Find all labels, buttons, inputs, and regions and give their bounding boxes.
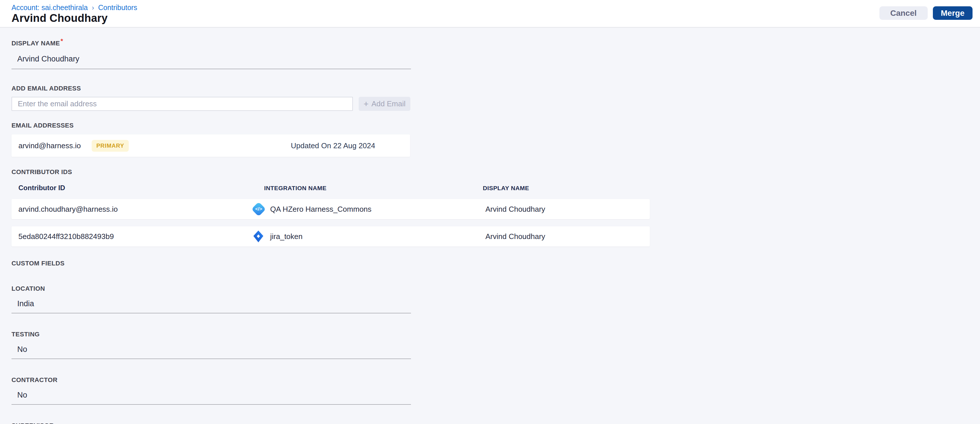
merge-button[interactable]: Merge (933, 6, 972, 20)
display-name-cell: Arvind Choudhary (485, 205, 650, 214)
column-header-display-name: DISPLAY NAME (483, 185, 980, 192)
add-email-label: ADD EMAIL ADDRESS (11, 85, 980, 92)
custom-field-testing: TESTING (11, 330, 980, 359)
cancel-button[interactable]: Cancel (880, 6, 928, 20)
contributor-id-cell: 5eda80244ff3210b882493b9 (11, 232, 252, 241)
display-name-cell: Arvind Choudhary (485, 232, 650, 241)
add-email-button[interactable]: + Add Email (359, 97, 410, 111)
custom-field-location: LOCATION (11, 285, 980, 313)
custom-field-label: SUPERVISOR (11, 422, 980, 424)
page-header: Account: sai.cheethirala › Contributors … (0, 0, 980, 28)
required-asterisk: * (60, 37, 63, 44)
contributor-id-cell: arvind.choudhary@harness.io (11, 205, 252, 214)
custom-fields-label: CUSTOM FIELDS (11, 260, 980, 267)
custom-field-input[interactable] (11, 384, 411, 405)
display-name-label: DISPLAY NAME* (11, 37, 980, 47)
main-content: DISPLAY NAME* ADD EMAIL ADDRESS + Add Em… (0, 28, 980, 424)
contributor-ids-table-header: Contributor ID INTEGRATION NAME DISPLAY … (11, 184, 980, 192)
table-row: 5eda80244ff3210b882493b9 jira_token Arvi… (11, 226, 650, 246)
page-title: Arvind Choudhary (11, 12, 108, 24)
breadcrumb-contributors-link[interactable]: Contributors (98, 3, 137, 12)
column-header-integration-name: INTEGRATION NAME (264, 185, 483, 192)
jira-icon (253, 230, 264, 243)
custom-field-label: CONTRACTOR (11, 376, 980, 384)
column-header-contributor-id: Contributor ID (11, 184, 264, 192)
custom-field-input[interactable] (11, 292, 411, 313)
display-name-field-group: DISPLAY NAME* (11, 37, 980, 69)
custom-field-supervisor: SUPERVISOR (11, 422, 980, 424)
plus-icon: + (364, 100, 369, 108)
header-actions: Cancel Merge (880, 6, 972, 20)
integration-cell: </> QA HZero Harness_Commons (252, 204, 485, 214)
email-address-card: arvind@harness.io PRIMARY Updated On 22 … (11, 135, 410, 157)
integration-cell: jira_token (252, 230, 485, 243)
custom-field-label: TESTING (11, 330, 980, 338)
email-address-value: arvind@harness.io (18, 141, 81, 150)
primary-badge: PRIMARY (92, 140, 129, 152)
add-email-group: ADD EMAIL ADDRESS + Add Email (11, 85, 980, 111)
email-addresses-label: EMAIL ADDRESSES (11, 122, 980, 129)
contributor-ids-label: CONTRIBUTOR IDS (11, 168, 980, 176)
custom-field-label: LOCATION (11, 285, 980, 292)
integration-name: jira_token (270, 232, 302, 241)
breadcrumb-separator-icon: › (92, 4, 94, 12)
breadcrumb-account-link[interactable]: Account: sai.cheethirala (11, 3, 88, 12)
display-name-input[interactable] (11, 47, 411, 69)
email-input[interactable] (11, 97, 353, 111)
breadcrumb: Account: sai.cheethirala › Contributors (11, 3, 137, 12)
custom-field-input[interactable] (11, 338, 411, 359)
integration-name: QA HZero Harness_Commons (270, 205, 372, 214)
custom-field-contractor: CONTRACTOR (11, 376, 980, 405)
email-updated-timestamp: Updated On 22 Aug 2024 (291, 141, 375, 150)
code-integration-icon: </> (251, 202, 266, 217)
custom-fields-group: LOCATION TESTING CONTRACTOR SUPERVISOR E… (11, 285, 980, 424)
table-row: arvind.choudhary@harness.io </> QA HZero… (11, 199, 650, 219)
